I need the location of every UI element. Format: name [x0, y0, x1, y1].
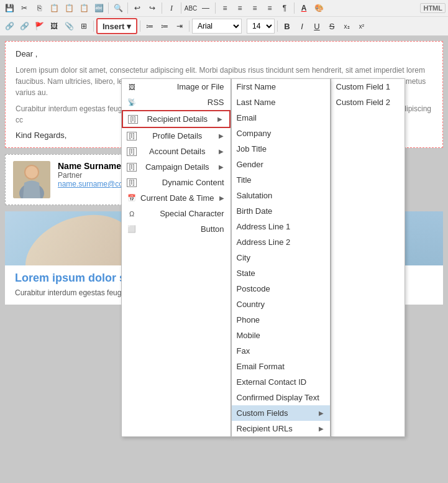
recipient-submenu: First Name Last Name Email Company Job T… [231, 78, 331, 437]
submenu-item-first-name[interactable]: First Name [232, 79, 330, 94]
list-bullet-button[interactable]: ≔ [143, 19, 157, 33]
menu-item-button[interactable]: ⬜ Button [122, 221, 231, 237]
copy-button[interactable]: ⎘ [32, 1, 46, 15]
align-left-button[interactable]: ≡ [218, 1, 232, 15]
paragraph-button[interactable]: ¶ [278, 1, 291, 15]
strikethrough-button[interactable]: S [325, 19, 339, 33]
align-justify-button[interactable]: ≡ [263, 1, 277, 15]
submenu-item-city[interactable]: City [232, 250, 330, 265]
account-arrow-icon: ▶ [219, 148, 224, 155]
dash-button[interactable]: — [199, 1, 213, 15]
label-last-name: Last Name [237, 98, 276, 107]
submenu-item-custom-field-2[interactable]: Custom Field 2 [331, 94, 405, 110]
label-country: Country [237, 300, 265, 309]
submenu-item-confirmed-display-text[interactable]: Confirmed Display Text [232, 390, 330, 405]
italic-toolbar-button[interactable]: I [165, 1, 178, 15]
submenu-item-company[interactable]: Company [232, 126, 330, 141]
menu-item-dynamic-content[interactable]: [I] Dynamic Content [122, 175, 231, 190]
submenu-item-last-name[interactable]: Last Name [232, 94, 330, 110]
menu-label-recipient-details: Recipient Details [147, 114, 208, 124]
menu-item-rss[interactable]: 📡 RSS [122, 94, 231, 110]
link-button[interactable]: 🔗 [2, 19, 16, 33]
submenu-item-postcode[interactable]: Postcode [232, 281, 330, 297]
label-custom-fields: Custom Fields [237, 408, 288, 418]
paste-button[interactable]: 📋 [47, 1, 61, 15]
underline-button[interactable]: U [310, 19, 324, 33]
submenu-item-fax[interactable]: Fax [232, 343, 330, 359]
list-number-button[interactable]: ≔ [158, 19, 171, 33]
dynamic-content-icon: [I] [127, 178, 137, 187]
submenu-item-gender[interactable]: Gender [232, 157, 330, 172]
submenu-item-recipient-urls[interactable]: Recipient URLs ▶ [232, 421, 330, 436]
undo-button[interactable]: ↩ [130, 1, 144, 15]
menu-label-special-character: Special Character [160, 209, 224, 218]
submenu-item-email[interactable]: Email [232, 110, 330, 126]
insert-button[interactable]: Image or File Insert ▾ [96, 18, 137, 34]
label-gender: Gender [237, 160, 263, 169]
submenu-item-salutation[interactable]: Salutation [232, 188, 330, 203]
submenu-item-mobile[interactable]: Mobile [232, 328, 330, 343]
submenu-item-external-contact-id[interactable]: External Contact ID [232, 374, 330, 390]
cut-button[interactable]: ✂ [17, 1, 31, 15]
menu-item-campaign-details[interactable]: [I] Campaign Details ▶ [122, 159, 231, 175]
size-select[interactable]: 14 [247, 19, 275, 34]
subscript-button[interactable]: x₂ [340, 19, 354, 33]
submenu-item-custom-fields[interactable]: Custom Fields ▶ [232, 405, 330, 421]
label-custom-field-2: Custom Field 2 [336, 98, 390, 107]
menu-item-image-or-file[interactable]: 🖼 Image or File [122, 79, 231, 94]
submenu-item-title[interactable]: Title [232, 172, 330, 188]
label-confirmed-display-text: Confirmed Display Text [237, 393, 319, 402]
menu-item-account-details[interactable]: [I] Account Details ▶ [122, 144, 231, 159]
table-button[interactable]: ⊞ [77, 19, 91, 33]
superscript-button[interactable]: x² [355, 19, 368, 33]
indent-button[interactable]: ⇥ [173, 19, 186, 33]
insert-menu: 🖼 Image or File 📡 RSS [I] Recipient Deta… [121, 78, 231, 437]
submenu-item-birth-date[interactable]: Birth Date [232, 203, 330, 219]
redo-button[interactable]: ↪ [145, 1, 159, 15]
label-fax: Fax [237, 346, 250, 356]
align-center-button[interactable]: ≡ [233, 1, 247, 15]
label-title: Title [237, 175, 252, 185]
profile-arrow-icon: ▶ [219, 132, 224, 139]
submenu-item-address-line-2[interactable]: Address Line 2 [232, 234, 330, 250]
search-button[interactable]: 🔍 [111, 1, 125, 15]
flag-button[interactable]: 🚩 [32, 19, 46, 33]
menu-label-account-details: Account Details [149, 147, 205, 156]
submenu-item-custom-field-1[interactable]: Custom Field 1 [331, 79, 405, 94]
label-address-line-2: Address Line 2 [237, 237, 291, 247]
menu-item-recipient-details[interactable]: [I] Recipient Details ▶ [122, 110, 231, 128]
email-greeting: Dear , [16, 49, 432, 58]
font-select[interactable]: Arial [192, 19, 242, 34]
avatar [13, 161, 50, 198]
submenu-item-address-line-1[interactable]: Address Line 1 [232, 219, 330, 234]
menu-item-current-date-time[interactable]: 📅 Current Date & Time ▶ [122, 190, 231, 206]
font-button[interactable]: 🔤 [92, 1, 106, 15]
save-button[interactable]: 💾 [2, 1, 16, 15]
font-color-button[interactable]: A [297, 1, 311, 15]
paste3-button[interactable]: 📋 [77, 1, 91, 15]
submenu-item-email-format[interactable]: Email Format [232, 359, 330, 374]
submenu-item-state[interactable]: State [232, 265, 330, 281]
bold-button[interactable]: B [280, 19, 294, 33]
spellcheck-button[interactable]: ABC [184, 1, 198, 15]
menu-item-special-character[interactable]: Ω Special Character [122, 206, 231, 221]
account-details-icon: [I] [127, 147, 137, 156]
attach-button[interactable]: 📎 [62, 19, 76, 33]
label-address-line-1: Address Line 1 [237, 222, 291, 231]
separator-9 [189, 21, 190, 32]
submenu-item-job-title[interactable]: Job Title [232, 141, 330, 157]
align-right-button[interactable]: ≡ [248, 1, 262, 15]
menu-label-button: Button [201, 224, 224, 234]
submenu-item-country[interactable]: Country [232, 297, 330, 312]
menu-item-profile-details[interactable]: [I] Profile Details ▶ [122, 128, 231, 144]
submenu-item-phone[interactable]: Phone [232, 312, 330, 328]
toolbar: 💾 ✂ ⎘ 📋 📋 📋 🔤 🔍 ↩ ↪ I ABC — ≡ ≡ ≡ ≡ ¶ A … [0, 0, 448, 36]
recipient-details-icon: [I] [128, 115, 138, 124]
italic-button[interactable]: I [295, 19, 309, 33]
highlight-button[interactable]: 🎨 [312, 1, 326, 15]
image-button[interactable]: 🖼 [47, 19, 61, 33]
link2-button[interactable]: 🔗 [17, 19, 31, 33]
separator-6 [294, 2, 295, 14]
paste2-button[interactable]: 📋 [62, 1, 76, 15]
profile-details-icon: [I] [127, 132, 137, 140]
